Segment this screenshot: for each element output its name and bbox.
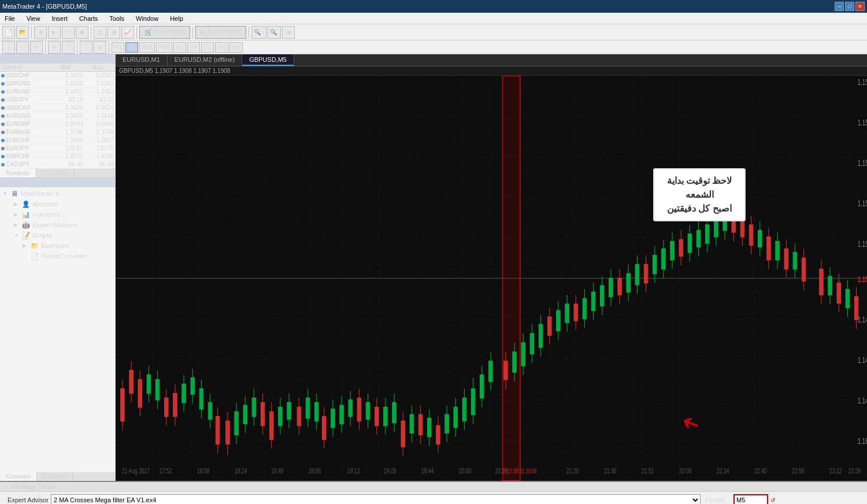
tf-tools-6[interactable]: ↕ [80, 41, 92, 54]
market-watch-list[interactable]: USDCHF 0.8921 0.8925 GBPUSD 1.6339 1.634… [0, 72, 115, 169]
tf-m5[interactable]: M5 [125, 42, 138, 53]
chart-window-button[interactable]: ▣ [282, 26, 295, 39]
market-watch-row[interactable]: EURUSD 1.4451 1.4453 [0, 88, 115, 96]
row-bid: 1.4575 [52, 153, 83, 160]
restore-button[interactable]: □ [845, 2, 854, 11]
row-bid: 0.9620 [52, 105, 83, 111]
period-cursor-btn[interactable]: ↺ [770, 497, 775, 503]
menu-window[interactable]: Window [134, 14, 161, 23]
market-watch-row[interactable]: GBPCHF 1.4575 1.4585 [0, 153, 115, 161]
tf-tools-7[interactable]: ⊗ [94, 41, 106, 54]
market-watch-row[interactable]: EURAUD 1.3736 1.3748 [0, 128, 115, 136]
row-bid: 86.43 [52, 161, 83, 168]
market-watch-row[interactable]: EURCHF 1.2894 1.2897 [0, 136, 115, 144]
nav-ea-label: Expert Advisors [32, 221, 76, 228]
tf-mn[interactable]: MN [229, 42, 243, 53]
tf-h1[interactable]: H1 [173, 42, 186, 53]
open-button[interactable]: 📂 [16, 26, 29, 39]
close-button[interactable]: ✕ [855, 2, 865, 11]
row-bid: 0.8921 [52, 72, 83, 79]
new-order-button[interactable]: 🛒 New Order [139, 26, 190, 39]
tf-tools-5[interactable]: T [62, 41, 75, 54]
market-watch-row[interactable]: AUDUSD 1.0515 1.0518 [0, 112, 115, 120]
svg-rect-267 [776, 242, 780, 260]
nav-period-converter-label: PeriodConverter [41, 253, 87, 260]
menu-file[interactable]: File [2, 14, 17, 23]
tf-tools-4[interactable]: A [48, 41, 61, 54]
chart-type-line[interactable]: 📈 [121, 26, 134, 39]
zoom-in-button[interactable]: 🔍+ [251, 26, 266, 39]
market-watch-row[interactable]: EURJPY 120.21 120.25 [0, 144, 115, 153]
strategy-close-btn[interactable]: ✕ [2, 484, 7, 490]
expand-icon-examples: ▶ [23, 243, 28, 249]
tf-m30[interactable]: M30 [156, 42, 172, 53]
timeframe-toolbar: | ─ ✏ A T ↕ ⊗ M1 M5 M15 M30 H1 H4 D1 W1 … [0, 40, 867, 54]
menu-help[interactable]: Help [168, 14, 186, 23]
market-watch-close[interactable]: ✕ [108, 56, 113, 62]
market-watch-row[interactable]: EURGBP 0.8843 0.8846 [0, 120, 115, 128]
menu-view[interactable]: View [24, 14, 43, 23]
autotrading-button[interactable]: ▶ AutoTrading [195, 26, 246, 39]
market-watch-row[interactable]: USDJPY 83.19 83.22 [0, 96, 115, 104]
forward-button[interactable]: ▶ [48, 26, 61, 39]
menu-tools[interactable]: Tools [107, 14, 127, 23]
toolbar-separator-4 [192, 27, 193, 38]
tf-tools-2[interactable]: ─ [16, 41, 29, 54]
tf-m15[interactable]: M15 [139, 42, 155, 53]
svg-rect-93 [375, 407, 379, 426]
svg-rect-117 [331, 409, 335, 428]
row-symbol: EURGBP [6, 121, 52, 127]
tf-w1[interactable]: W1 [215, 42, 228, 53]
svg-rect-228 [618, 279, 622, 295]
new-button[interactable]: 📄 [2, 26, 15, 39]
menu-insert[interactable]: Insert [49, 14, 70, 23]
tf-tools-3[interactable]: ✏ [30, 41, 43, 54]
nav-period-converter[interactable]: 📄 PeriodConverter [20, 251, 115, 261]
minimize-button[interactable]: ─ [835, 2, 844, 11]
svg-text:19:12: 19:12 [347, 467, 360, 475]
svg-text:1.1520: 1.1520 [858, 158, 867, 168]
nav-examples[interactable]: ▶ 📁 Examples [20, 240, 115, 251]
tf-d1[interactable]: D1 [201, 42, 214, 53]
market-watch-row[interactable]: USDCHF 0.8921 0.8925 [0, 72, 115, 80]
ea-select[interactable]: 2 MA Crosses Mega filter EA V1.ex4 [51, 494, 701, 504]
chart-tab-eurusd-m2[interactable]: EURUSD,M2 (offline) [168, 54, 242, 66]
nav-metatrader4[interactable]: ▼ 🖥 MetaTrader 4 [0, 188, 115, 199]
expand-icon-indicators: ▶ [14, 212, 20, 217]
svg-rect-51 [147, 375, 150, 394]
svg-rect-120 [340, 405, 344, 424]
tab-favorites[interactable]: Favorites [37, 472, 73, 481]
nav-accounts[interactable]: ▶ 👤 Accounts [12, 199, 115, 209]
period-input[interactable] [733, 494, 768, 504]
svg-rect-258 [837, 283, 841, 303]
chart-type-candle[interactable]: ▦ [108, 26, 120, 39]
refresh-button[interactable]: ⟳ [62, 26, 75, 39]
back-button[interactable]: ◀ [34, 26, 47, 39]
svg-rect-201 [662, 249, 666, 269]
row-symbol: CADJPY [6, 161, 52, 168]
market-watch-row[interactable]: USDCAD 0.9620 0.9624 [0, 104, 115, 112]
tab-symbols[interactable]: Symbols [0, 169, 36, 177]
chart-tab-eurusd-m1[interactable]: EURUSD,M1 [116, 54, 168, 66]
nav-expert-advisors[interactable]: ▶ 🤖 Expert Advisors [12, 220, 115, 230]
stop-button[interactable]: ⏹ [76, 26, 88, 39]
svg-rect-54 [155, 380, 160, 400]
nav-scripts[interactable]: ▼ 📝 Scripts [12, 230, 115, 240]
candlestick-chart[interactable]: 21 Aug 2017 17:52 18:08 18:24 18:40 18:5… [116, 76, 867, 481]
market-watch-row[interactable]: CADJPY 86.43 86.49 [0, 161, 115, 169]
tf-h4[interactable]: H4 [187, 42, 200, 53]
market-watch-columns: Symbol Bid Ask [0, 64, 115, 72]
tf-m1[interactable]: M1 [112, 42, 124, 53]
market-watch-row[interactable]: GBPUSD 1.6339 1.6342 [0, 80, 115, 88]
zoom-out-button[interactable]: 🔍- [268, 26, 281, 39]
tf-tools-1[interactable]: | [2, 41, 15, 54]
chart-type-bar[interactable]: ▤ [94, 26, 106, 39]
svg-rect-111 [306, 398, 310, 418]
menu-charts[interactable]: Charts [77, 14, 100, 23]
tab-common[interactable]: Common [0, 472, 37, 481]
navigator-close[interactable]: ✕ [108, 180, 113, 186]
svg-rect-48 [226, 421, 230, 444]
tab-tick-chart[interactable]: Tick Chart [36, 169, 75, 177]
nav-indicators[interactable]: ▶ 📊 Indicators [12, 209, 115, 220]
chart-tab-gbpusd-m5[interactable]: GBPUSD,M5 [242, 54, 294, 66]
